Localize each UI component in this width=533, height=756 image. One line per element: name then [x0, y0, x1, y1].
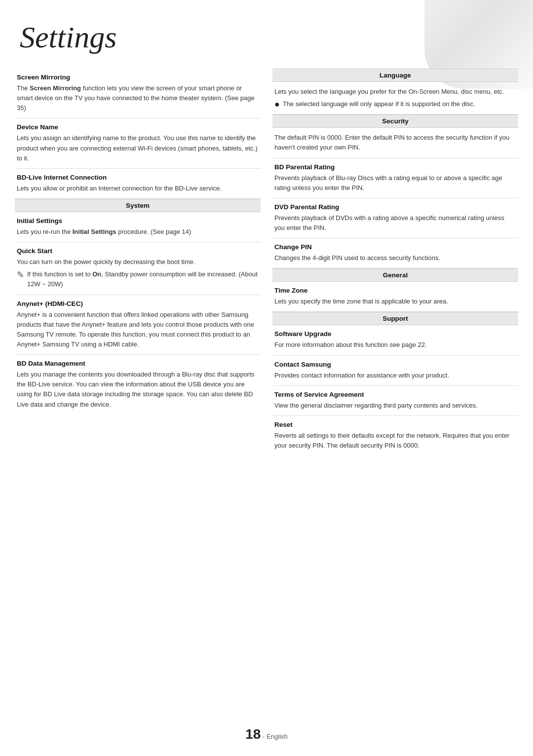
dvd-parental-block: DVD Parental Rating Prevents playback of… [272, 198, 518, 238]
screen-mirroring-title: Screen Mirroring [17, 74, 259, 81]
quick-start-note: ✎ If this function is set to On, Standby… [17, 269, 259, 289]
page-footer: 18 - English [0, 726, 533, 742]
page-title: Settings [20, 20, 518, 55]
time-zone-body: Lets you specify the time zone that is a… [274, 297, 516, 306]
screen-mirroring-block: Screen Mirroring The Screen Mirroring fu… [15, 69, 261, 118]
content-area: Screen Mirroring The Screen Mirroring fu… [15, 69, 518, 455]
reset-title: Reset [274, 421, 516, 428]
language-bullet-text: The selected language will only appear i… [283, 99, 475, 109]
language-body: Lets you select the language you prefer … [274, 87, 516, 97]
bd-data-block: BD Data Management Lets you manage the c… [15, 355, 261, 415]
change-pin-body: Changes the 4-digit PIN used to access s… [274, 253, 516, 263]
initial-settings-body: Lets you re-run the Initial Settings pro… [17, 227, 259, 237]
footer-page-number: 18 [245, 726, 261, 742]
bd-parental-title: BD Parental Rating [274, 163, 516, 171]
terms-of-service-body: View the general disclaimer regarding th… [274, 401, 516, 411]
device-name-title: Device Name [17, 123, 259, 131]
contact-samsung-block: Contact Samsung Provides contact informa… [272, 356, 518, 386]
security-body: The default PIN is 0000. Enter the defau… [274, 133, 516, 152]
quick-start-title: Quick Start [17, 247, 259, 255]
support-section-header: Support [272, 312, 518, 325]
bullet-dot-icon: ● [274, 100, 280, 109]
language-bullet: ● The selected language will only appear… [274, 99, 516, 109]
terms-of-service-block: Terms of Service Agreement View the gene… [272, 386, 518, 416]
bd-data-title: BD Data Management [17, 360, 259, 367]
quick-start-body: You can turn on the power quickly by dec… [17, 257, 259, 267]
quick-start-block: Quick Start You can turn on the power qu… [15, 242, 261, 295]
initial-settings-block: Initial Settings Lets you re-run the Ini… [15, 212, 261, 242]
bd-live-title: BD-Live Internet Connection [17, 174, 259, 181]
dvd-parental-body: Prevents playback of DVDs with a rating … [274, 213, 516, 233]
quick-start-note-text: If this function is set to On, Standby p… [27, 269, 259, 289]
software-upgrade-title: Software Upgrade [274, 330, 516, 338]
change-pin-block: Change PIN Changes the 4-digit PIN used … [272, 238, 518, 268]
software-upgrade-block: Software Upgrade For more information ab… [272, 325, 518, 355]
initial-settings-title: Initial Settings [17, 217, 259, 225]
bd-parental-block: BD Parental Rating Prevents playback of … [272, 158, 518, 198]
note-icon: ✎ [17, 269, 24, 280]
dvd-parental-title: DVD Parental Rating [274, 203, 516, 211]
screen-mirroring-body: The Screen Mirroring function lets you v… [17, 83, 259, 113]
security-block: The default PIN is 0000. Enter the defau… [272, 128, 518, 158]
bd-live-block: BD-Live Internet Connection Lets you all… [15, 169, 261, 199]
language-section-header: Language [272, 69, 518, 82]
contact-samsung-body: Provides contact information for assista… [274, 371, 516, 380]
language-block: Lets you select the language you prefer … [272, 82, 518, 114]
anynet-block: Anynet+ (HDMI-CEC) Anynet+ is a convenie… [15, 295, 261, 355]
general-section-header: General [272, 268, 518, 282]
left-column: Screen Mirroring The Screen Mirroring fu… [15, 69, 261, 455]
terms-of-service-title: Terms of Service Agreement [274, 391, 516, 398]
reset-block: Reset Reverts all settings to their defa… [272, 416, 518, 455]
change-pin-title: Change PIN [274, 243, 516, 251]
security-section-header: Security [272, 114, 518, 128]
right-column: Language Lets you select the language yo… [272, 69, 518, 455]
bd-parental-body: Prevents playback of Blu-ray Discs with … [274, 173, 516, 193]
bd-data-body: Lets you manage the contents you downloa… [17, 370, 259, 410]
footer-separator-lang: - English [263, 733, 288, 740]
reset-body: Reverts all settings to their defaults e… [274, 431, 516, 451]
software-upgrade-body: For more information about this function… [274, 340, 516, 350]
device-name-block: Device Name Lets you assign an identifyi… [15, 118, 261, 168]
anynet-title: Anynet+ (HDMI-CEC) [17, 300, 259, 307]
time-zone-title: Time Zone [274, 287, 516, 294]
system-section-header: System [15, 199, 261, 212]
contact-samsung-title: Contact Samsung [274, 361, 516, 368]
device-name-body: Lets you assign an identifying name to t… [17, 133, 259, 163]
anynet-body: Anynet+ is a convenient function that of… [17, 310, 259, 350]
bd-live-body: Lets you allow or prohibit an Internet c… [17, 184, 259, 193]
time-zone-block: Time Zone Lets you specify the time zone… [272, 282, 518, 312]
